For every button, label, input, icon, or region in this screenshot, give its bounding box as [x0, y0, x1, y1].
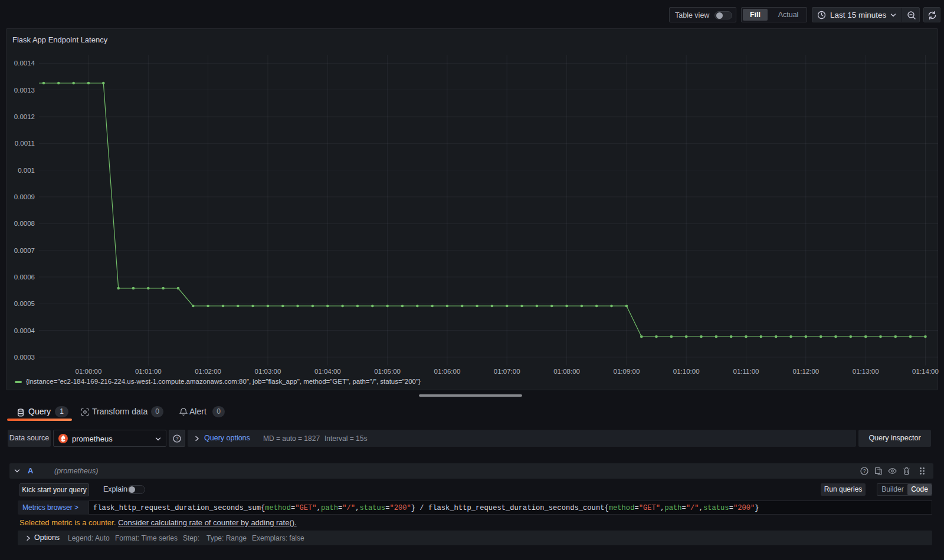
svg-text:0.0006: 0.0006	[14, 274, 35, 281]
svg-text:01:12:00: 01:12:00	[792, 368, 819, 375]
svg-text:0.0012: 0.0012	[14, 113, 35, 120]
svg-text:01:10:00: 01:10:00	[673, 368, 700, 375]
svg-text:0.0003: 0.0003	[14, 354, 35, 361]
svg-text:01:08:00: 01:08:00	[553, 368, 580, 375]
svg-text:0.0005: 0.0005	[14, 300, 35, 307]
svg-text:0.0009: 0.0009	[14, 193, 35, 200]
svg-text:01:07:00: 01:07:00	[494, 368, 520, 375]
svg-text:0.0014: 0.0014	[14, 60, 35, 67]
svg-text:0.001: 0.001	[18, 167, 35, 174]
svg-text:0.0013: 0.0013	[14, 87, 35, 94]
svg-text:01:06:00: 01:06:00	[434, 368, 461, 375]
svg-text:01:00:00: 01:00:00	[76, 368, 102, 375]
svg-text:01:14:00: 01:14:00	[912, 368, 939, 375]
svg-text:0.0007: 0.0007	[14, 247, 35, 254]
svg-text:01:03:00: 01:03:00	[255, 368, 281, 375]
svg-text:0.0011: 0.0011	[15, 140, 35, 147]
svg-text:01:11:00: 01:11:00	[733, 368, 759, 375]
svg-text:01:13:00: 01:13:00	[853, 368, 879, 375]
svg-text:?: ?	[176, 436, 179, 442]
svg-text:0.0008: 0.0008	[14, 220, 35, 227]
svg-text:01:04:00: 01:04:00	[314, 368, 341, 375]
svg-text:01:01:00: 01:01:00	[135, 368, 162, 375]
svg-text:01:05:00: 01:05:00	[374, 368, 401, 375]
svg-text:0.0004: 0.0004	[14, 327, 35, 334]
svg-text:?: ?	[863, 468, 866, 474]
svg-text:01:09:00: 01:09:00	[614, 368, 640, 375]
svg-text:01:02:00: 01:02:00	[195, 368, 221, 375]
